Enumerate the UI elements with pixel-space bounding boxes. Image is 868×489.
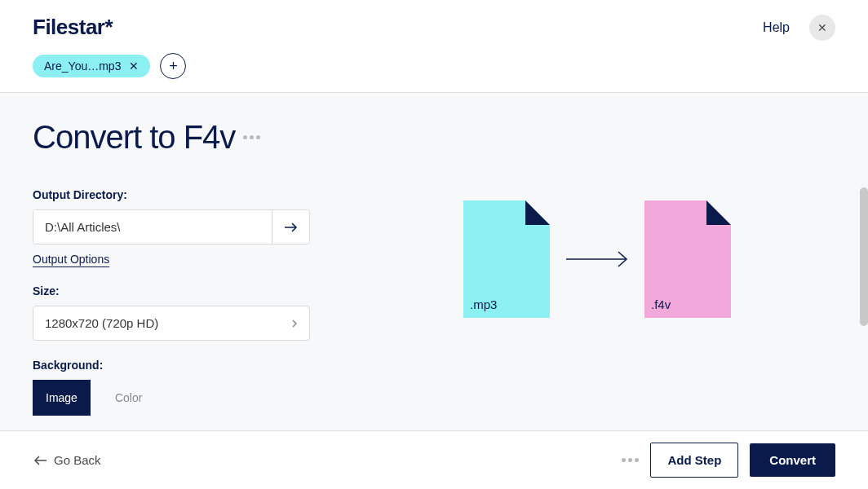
convert-button[interactable]: Convert [750,443,835,477]
page-title: Convert to F4v [33,119,310,156]
page-title-text: Convert to F4v [33,119,235,156]
more-icon[interactable] [243,135,260,139]
size-select[interactable]: 1280x720 (720p HD) [33,306,310,341]
output-directory-label: Output Directory: [33,188,310,201]
scrollbar[interactable] [860,187,868,326]
add-file-button[interactable]: + [160,53,186,79]
target-file-icon: .f4v [644,200,731,318]
background-image-toggle[interactable]: Image [33,380,91,416]
go-back-label: Go Back [54,453,101,467]
source-file-icon: .mp3 [463,200,550,318]
more-icon[interactable] [622,458,639,462]
add-step-button[interactable]: Add Step [650,443,738,478]
output-options-link[interactable]: Output Options [33,253,109,266]
close-icon: ✕ [817,21,827,34]
browse-button[interactable] [272,210,309,244]
close-button[interactable]: ✕ [809,15,835,41]
output-directory-input[interactable] [33,210,272,244]
size-label: Size: [33,284,310,297]
chevron-right-icon [291,319,298,328]
close-icon[interactable]: ✕ [129,59,139,73]
help-link[interactable]: Help [763,20,790,35]
plus-icon: + [169,58,178,75]
go-back-button[interactable]: Go Back [33,453,101,467]
size-value: 1280x720 (720p HD) [45,316,158,330]
source-ext-label: .mp3 [470,297,497,311]
arrow-right-icon [284,222,299,233]
background-label: Background: [33,359,310,372]
file-chip-label: Are_You…mp3 [44,59,121,73]
file-chip[interactable]: Are_You…mp3 ✕ [33,55,150,77]
arrow-left-icon [33,455,47,466]
arrow-right-icon [565,249,630,269]
background-color-toggle[interactable]: Color [102,380,155,416]
target-ext-label: .f4v [651,297,671,311]
conversion-preview: .mp3 .f4v [463,200,731,318]
app-logo: Filestar* [33,15,186,40]
